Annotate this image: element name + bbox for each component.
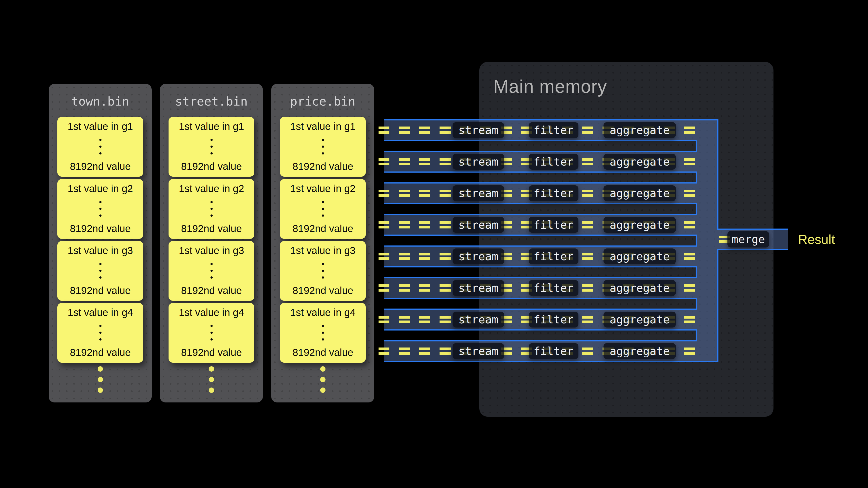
column-cards: 1st value in g1 8192nd value 1st value i… (160, 84, 263, 402)
card-ellipsis-dots-icon (322, 325, 324, 340)
stage-box-filter: filter (529, 154, 579, 170)
value-card: 1st value in g1 8192nd value (168, 117, 254, 177)
column-cards: 1st value in g1 8192nd value 1st value i… (49, 84, 152, 402)
stage-box-stream: stream (453, 217, 504, 233)
pipeline-row: stream filter aggregate (378, 183, 718, 204)
file-column: town.bin 1st value in g1 8192nd value 1s… (49, 84, 152, 402)
stage-box-aggregate: aggregate (603, 154, 676, 170)
card-ellipsis-dots-icon (211, 325, 213, 340)
card-last-value-label: 8192nd value (292, 347, 353, 358)
card-ellipsis-dots-icon (322, 201, 324, 217)
result-label: Result (798, 232, 835, 247)
merge-stub: merge (718, 229, 788, 250)
value-card: 1st value in g1 8192nd value (280, 117, 366, 177)
stage-box-aggregate: aggregate (603, 343, 676, 359)
stage-box-filter: filter (529, 312, 579, 327)
merge-operator-box: merge (727, 231, 769, 248)
card-first-value-label: 1st value in g3 (68, 245, 133, 256)
card-ellipsis-dots-icon (99, 325, 101, 340)
stage-box-aggregate: aggregate (603, 312, 676, 327)
column-ellipsis-dots-icon (49, 366, 152, 393)
value-card: 1st value in g3 8192nd value (168, 241, 254, 301)
card-first-value-label: 1st value in g3 (179, 245, 244, 256)
card-last-value-label: 8192nd value (181, 161, 242, 172)
stage-box-aggregate: aggregate (603, 249, 676, 264)
stage-box-aggregate: aggregate (603, 217, 676, 233)
card-ellipsis-dots-icon (211, 201, 213, 217)
stage-box-aggregate: aggregate (603, 185, 676, 201)
pipeline-row: stream filter aggregate (378, 246, 718, 267)
value-card: 1st value in g2 8192nd value (280, 179, 366, 239)
file-column: street.bin 1st value in g1 8192nd value … (160, 84, 263, 402)
card-ellipsis-dots-icon (322, 263, 324, 279)
card-last-value-label: 8192nd value (70, 161, 131, 172)
value-card: 1st value in g2 8192nd value (168, 179, 254, 239)
card-last-value-label: 8192nd value (70, 223, 131, 234)
card-first-value-label: 1st value in g4 (68, 307, 133, 318)
card-last-value-label: 8192nd value (70, 347, 131, 358)
stage-box-aggregate: aggregate (603, 122, 676, 138)
card-first-value-label: 1st value in g4 (179, 307, 244, 318)
merge-label: merge (732, 233, 765, 246)
pipeline-row: stream filter aggregate (378, 215, 718, 235)
value-card: 1st value in g3 8192nd value (280, 241, 366, 301)
value-card: 1st value in g2 8192nd value (57, 179, 143, 239)
card-first-value-label: 1st value in g2 (290, 183, 355, 194)
stage-box-stream: stream (453, 343, 504, 359)
stage-box-stream: stream (453, 154, 504, 170)
pipeline-row: stream filter aggregate (378, 278, 718, 298)
card-first-value-label: 1st value in g4 (290, 307, 355, 318)
pipeline-row: stream filter aggregate (378, 151, 718, 172)
stage-box-filter: filter (529, 280, 579, 296)
stage-box-filter: filter (529, 185, 579, 201)
stage-box-stream: stream (453, 280, 504, 296)
stage-box-filter: filter (529, 343, 579, 359)
column-cards: 1st value in g1 8192nd value 1st value i… (271, 84, 374, 402)
stage-box-filter: filter (529, 122, 579, 138)
stage-box-filter: filter (529, 249, 579, 264)
card-last-value-label: 8192nd value (292, 223, 353, 234)
column-ellipsis-dots-icon (160, 366, 263, 393)
card-ellipsis-dots-icon (99, 139, 101, 155)
value-card: 1st value in g1 8192nd value (57, 117, 143, 177)
stage-box-filter: filter (529, 217, 579, 233)
card-last-value-label: 8192nd value (181, 347, 242, 358)
card-last-value-label: 8192nd value (292, 285, 353, 296)
card-ellipsis-dots-icon (211, 263, 213, 279)
card-ellipsis-dots-icon (322, 139, 324, 155)
card-first-value-label: 1st value in g1 (290, 121, 355, 132)
card-last-value-label: 8192nd value (70, 285, 131, 296)
card-first-value-label: 1st value in g2 (179, 183, 244, 194)
card-first-value-label: 1st value in g1 (179, 121, 244, 132)
value-card: 1st value in g4 8192nd value (57, 303, 143, 363)
card-last-value-label: 8192nd value (292, 161, 353, 172)
stage-box-stream: stream (453, 312, 504, 327)
card-first-value-label: 1st value in g3 (290, 245, 355, 256)
pipeline-row: stream filter aggregate (378, 120, 718, 140)
stage-box-stream: stream (453, 122, 504, 138)
card-ellipsis-dots-icon (99, 263, 101, 279)
card-first-value-label: 1st value in g1 (68, 121, 133, 132)
card-last-value-label: 8192nd value (181, 285, 242, 296)
stage-box-aggregate: aggregate (603, 280, 676, 296)
stage-box-stream: stream (453, 185, 504, 201)
column-ellipsis-dots-icon (271, 366, 374, 393)
value-card: 1st value in g4 8192nd value (280, 303, 366, 363)
value-card: 1st value in g4 8192nd value (168, 303, 254, 363)
file-column: price.bin 1st value in g1 8192nd value 1… (271, 84, 374, 402)
diagram-canvas: Main memory town.bin 1st value in g1 819… (0, 0, 868, 488)
pipeline-row: stream filter aggregate (378, 309, 718, 330)
stage-box-stream: stream (453, 249, 504, 264)
pipeline-row: stream filter aggregate (378, 341, 718, 361)
card-last-value-label: 8192nd value (181, 223, 242, 234)
value-card: 1st value in g3 8192nd value (57, 241, 143, 301)
card-ellipsis-dots-icon (211, 139, 213, 155)
main-memory-title: Main memory (493, 76, 607, 97)
card-ellipsis-dots-icon (99, 201, 101, 217)
card-first-value-label: 1st value in g2 (68, 183, 133, 194)
